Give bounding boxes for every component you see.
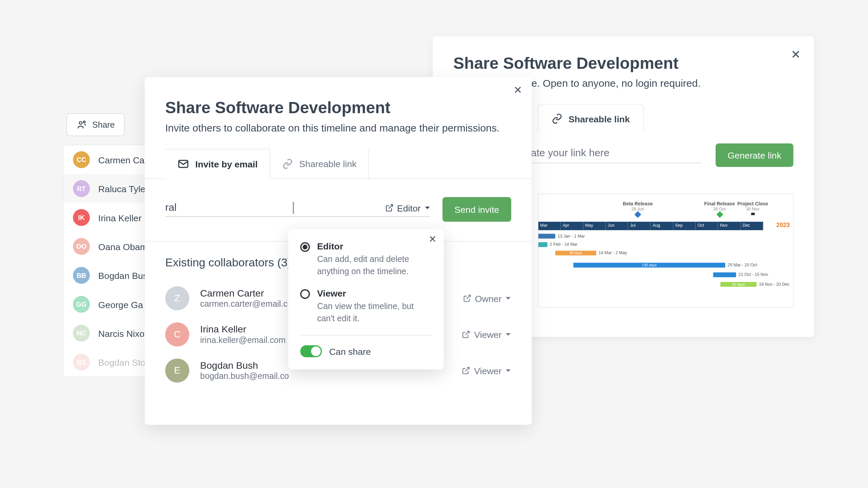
share-button-label: Share <box>92 120 115 129</box>
role-label: Viewer <box>474 329 501 340</box>
avatar: OO <box>73 238 90 255</box>
panel-title: Share Software Development <box>453 54 793 73</box>
avatar: E <box>165 359 189 383</box>
timeline-preview: Beta Release29 JunFinal Release30 OctPro… <box>538 194 794 308</box>
link-icon <box>552 113 563 124</box>
role-description: Can add, edit and delete anything on the… <box>317 254 432 278</box>
can-share-toggle[interactable] <box>300 345 322 358</box>
avatar: GG <box>73 296 90 313</box>
email-field[interactable] <box>165 202 293 214</box>
contact-name: Carmen Ca <box>98 155 144 165</box>
collaborator-role-selector[interactable]: Owner <box>463 293 511 303</box>
contact-name: Bogdan Bus <box>98 270 147 280</box>
role-option[interactable]: Viewer Can view the timeline, but can't … <box>300 288 432 324</box>
bar-label: 25 Mar - 20 Oct <box>728 263 757 267</box>
contact-name: Raluca Tyle <box>98 183 145 194</box>
milestone: Project Close30 Nov <box>737 201 768 219</box>
contact-name: George Ga <box>98 299 143 309</box>
role-name: Viewer <box>317 288 432 298</box>
role-label: Owner <box>475 293 502 303</box>
contact-name: Irina Keller <box>98 212 141 223</box>
collaborator-role-selector[interactable]: Viewer <box>462 329 511 340</box>
year-label: 2023 <box>776 222 790 228</box>
email-input-wrapper[interactable]: Editor <box>165 202 430 217</box>
avatar: BS <box>73 354 90 371</box>
bar-label: 2 Feb - 14 Mar <box>550 242 578 246</box>
avatar: CC <box>73 151 90 168</box>
avatar: IK <box>73 209 90 226</box>
role-description: Can view the timeline, but can't edit it… <box>317 301 432 325</box>
milestone: Beta Release29 Jun <box>623 201 653 218</box>
month-axis: MarAprMayJunJulAugSepOctNovDec <box>538 222 763 230</box>
svg-point-0 <box>79 122 82 124</box>
text-cursor <box>293 202 294 214</box>
toggle-label: Can share <box>329 346 371 357</box>
share-button[interactable]: Share <box>66 113 125 136</box>
link-icon <box>282 158 293 169</box>
contact-name: Bogdan Sto <box>98 357 145 367</box>
gantt-bar: 46 days <box>555 251 596 256</box>
chevron-down-icon <box>505 295 511 301</box>
role-label: Editor <box>397 203 421 213</box>
avatar: NC <box>73 325 90 342</box>
chevron-down-icon <box>505 368 511 374</box>
svg-point-1 <box>83 121 85 123</box>
radio-button[interactable] <box>300 289 310 299</box>
gantt-bar: 25 days <box>721 282 757 287</box>
external-link-icon <box>462 330 471 339</box>
avatar: C <box>165 322 189 346</box>
bar-label: 21 Oct - 15 Nov <box>738 272 768 277</box>
external-link-icon <box>463 294 471 303</box>
send-invite-button[interactable]: Send invite <box>442 197 511 222</box>
gantt-bar <box>538 234 555 239</box>
role-option[interactable]: Editor Can add, edit and delete anything… <box>300 241 432 277</box>
tab-label: Invite by email <box>195 159 258 169</box>
tab-shareable-link[interactable]: Shareable link <box>270 149 369 178</box>
external-link-icon <box>462 366 471 375</box>
role-label: Viewer <box>474 365 501 375</box>
avatar: RT <box>73 180 90 197</box>
role-name: Editor <box>317 241 432 251</box>
people-icon <box>77 119 87 130</box>
close-icon[interactable] <box>514 85 522 94</box>
dialog-subtitle: Invite others to collaborate on this tim… <box>165 122 511 135</box>
tab-label: Shareable link <box>299 159 357 169</box>
chevron-down-icon <box>424 205 430 211</box>
close-icon[interactable] <box>429 235 436 243</box>
bar-label: 13 Jan - 1 Mar <box>558 234 585 238</box>
dialog-title: Share Software Development <box>165 99 511 118</box>
bar-label: 14 Mar - 2 May <box>599 251 627 255</box>
bar-label: 18 Nov - 20 Dec <box>759 282 790 286</box>
role-selector[interactable]: Editor <box>385 203 430 213</box>
external-link-icon <box>385 204 393 212</box>
gantt-bar <box>713 272 736 277</box>
tab-invite-by-email[interactable]: Invite by email <box>165 149 270 179</box>
avatar: BB <box>73 267 90 284</box>
close-icon[interactable] <box>791 49 801 59</box>
avatar: Z <box>165 286 189 310</box>
tab-label: Shareable link <box>569 114 630 124</box>
radio-button[interactable] <box>300 242 310 252</box>
collaborator-role-selector[interactable]: Viewer <box>462 365 511 375</box>
gantt-bar: 130 days <box>573 263 725 267</box>
collaborator-email: bogdan.bush@email.co <box>200 371 462 381</box>
tab-shareable-link[interactable]: Shareable link <box>538 104 644 133</box>
contact-name: Narcis Nixo <box>98 328 144 338</box>
contact-name: Oana Obam <box>98 241 147 251</box>
role-popover: Editor Can add, edit and delete anything… <box>288 229 444 370</box>
generate-link-button[interactable]: Generate link <box>715 143 793 167</box>
gantt-bar <box>538 242 548 247</box>
mail-icon <box>177 158 190 170</box>
chevron-down-icon <box>505 331 511 338</box>
milestone: Final Release30 Oct <box>704 201 735 218</box>
